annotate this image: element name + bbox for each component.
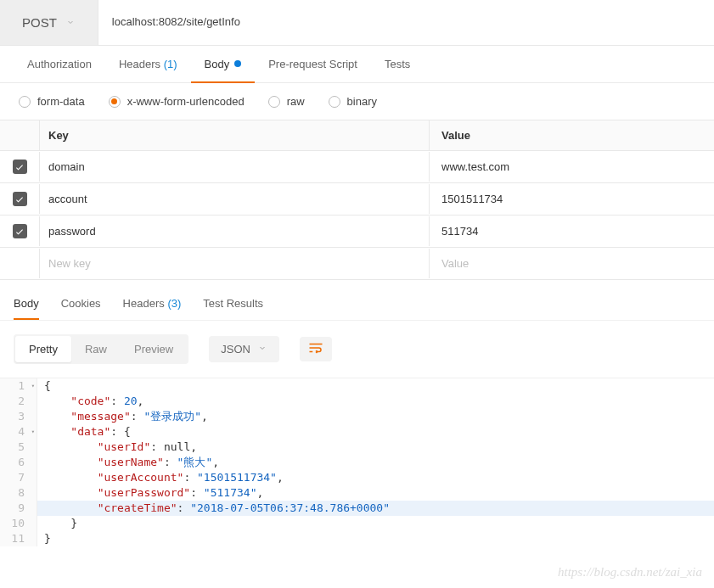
row-checkbox[interactable] [13, 224, 27, 238]
param-key-input[interactable]: password [39, 216, 430, 246]
tab-headers[interactable]: Headers (1) [105, 46, 191, 82]
param-key-input[interactable]: domain [39, 152, 430, 182]
response-tabs: Body Cookies Headers (3) Test Results [0, 280, 714, 320]
table-row: account 1501511734 [0, 183, 714, 216]
tab-cookies[interactable]: Cookies [61, 297, 101, 320]
param-key-input[interactable]: account [39, 184, 430, 214]
radio-icon [268, 96, 280, 108]
method-select[interactable]: POST [0, 0, 98, 45]
body-type-selector: form-data x-www-form-urlencoded raw bina… [0, 83, 714, 120]
view-preview-button[interactable]: Preview [121, 336, 187, 362]
wrap-icon [308, 344, 323, 356]
radio-urlencoded[interactable]: x-www-form-urlencoded [109, 95, 245, 108]
request-tabs: Authorization Headers (1) Body Pre-reque… [0, 46, 714, 83]
view-raw-button[interactable]: Raw [71, 336, 121, 362]
column-key: Key [39, 120, 430, 150]
tab-pre-request-script[interactable]: Pre-request Script [255, 46, 371, 82]
tab-tests[interactable]: Tests [371, 46, 424, 82]
radio-binary[interactable]: binary [329, 95, 377, 108]
chevron-down-icon [65, 15, 76, 30]
tab-response-body[interactable]: Body [14, 297, 39, 320]
tab-authorization[interactable]: Authorization [14, 46, 105, 82]
params-table: Key Value domain www.test.com account 15… [0, 120, 714, 280]
watermark-text: https://blog.csdn.net/zai_xia [558, 565, 702, 580]
response-toolbar: Pretty Raw Preview JSON [0, 320, 714, 378]
radio-icon [19, 96, 31, 108]
unsaved-dot-icon [234, 60, 241, 67]
method-label: POST [22, 15, 57, 30]
view-mode-group: Pretty Raw Preview [14, 334, 188, 364]
view-pretty-button[interactable]: Pretty [15, 336, 71, 362]
format-select[interactable]: JSON [209, 336, 279, 362]
row-checkbox[interactable] [13, 192, 27, 206]
table-row: password 511734 [0, 216, 714, 248]
row-checkbox[interactable] [13, 160, 27, 174]
new-key-input[interactable]: New key [39, 249, 430, 278]
table-row: domain www.test.com [0, 151, 714, 183]
tab-response-headers[interactable]: Headers (3) [123, 297, 182, 320]
radio-icon [329, 96, 340, 108]
param-value-input[interactable]: www.test.com [430, 152, 714, 182]
chevron-down-icon [257, 343, 267, 356]
radio-form-data[interactable]: form-data [19, 95, 85, 108]
radio-icon [109, 96, 121, 108]
new-value-input[interactable]: Value [430, 249, 714, 278]
tab-body[interactable]: Body [191, 46, 256, 82]
response-body-viewer[interactable]: 1{2 "code": 20,3 "message": "登录成功",4 "da… [0, 378, 714, 546]
radio-raw[interactable]: raw [268, 95, 305, 108]
column-value: Value [430, 120, 714, 150]
table-row-empty: New key Value [0, 248, 714, 280]
tab-test-results[interactable]: Test Results [203, 297, 263, 320]
param-value-input[interactable]: 511734 [430, 216, 714, 246]
url-input[interactable]: localhost:8082/site/getInfo [98, 0, 714, 45]
param-value-input[interactable]: 1501511734 [430, 184, 714, 214]
wrap-lines-button[interactable] [300, 337, 332, 361]
